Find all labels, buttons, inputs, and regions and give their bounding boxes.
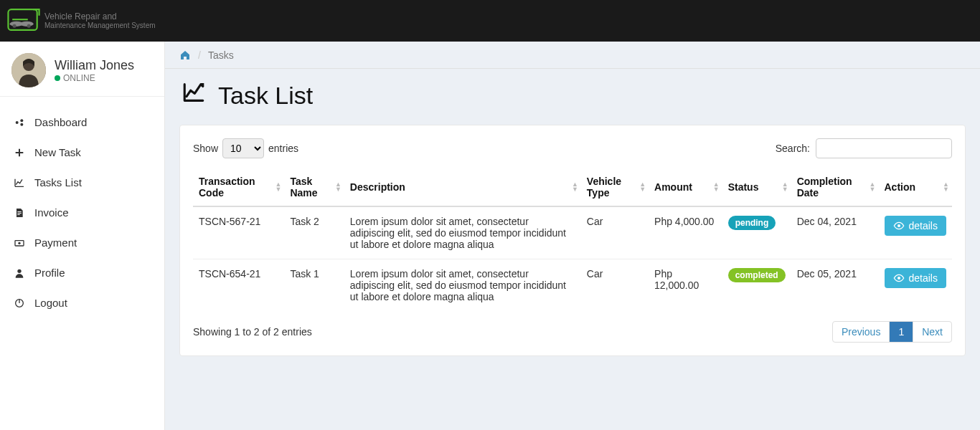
car-wrench-icon xyxy=(7,8,40,34)
cell-transaction-code: TSCN-567-21 xyxy=(193,206,284,259)
details-label: details xyxy=(909,220,938,231)
page-next[interactable]: Next xyxy=(913,322,951,342)
nav-invoice-label: Invoice xyxy=(34,206,69,219)
sort-icon: ▲▼ xyxy=(572,182,578,192)
sidebar: William Jones ONLINE Dashboard New Task … xyxy=(0,42,165,430)
page-prev[interactable]: Previous xyxy=(833,322,889,342)
length-control: Show 102550100 entries xyxy=(193,138,298,158)
online-dot-icon xyxy=(55,75,60,81)
svg-point-4 xyxy=(27,24,31,28)
dashboard-icon xyxy=(13,115,26,128)
power-icon xyxy=(13,296,26,309)
details-button[interactable]: details xyxy=(885,268,946,288)
col-task-name[interactable]: Task Name▲▼ xyxy=(284,168,344,206)
svg-rect-11 xyxy=(17,211,21,212)
cell-action: details xyxy=(879,259,953,312)
nav-payment[interactable]: Payment xyxy=(0,227,164,257)
home-icon xyxy=(179,49,191,61)
topbar: Vehicle Repair and Maintenance Managemen… xyxy=(0,0,980,42)
col-status[interactable]: Status▲▼ xyxy=(722,168,791,206)
pagination: Previous 1 Next xyxy=(832,321,952,343)
avatar[interactable] xyxy=(11,53,46,87)
cell-status: pending xyxy=(722,206,791,259)
eye-icon xyxy=(893,272,905,284)
col-transaction-code[interactable]: Transaction Code▲▼ xyxy=(193,168,284,206)
chart-line-icon xyxy=(13,176,26,188)
card-tasks: Show 102550100 entries Search: Transacti… xyxy=(179,125,966,356)
svg-point-16 xyxy=(17,269,21,273)
sort-icon: ▲▼ xyxy=(870,182,876,192)
page-1[interactable]: 1 xyxy=(889,322,913,342)
table-row: TSCN-567-21Task 2Lorem ipsum dolor sit a… xyxy=(193,206,952,259)
svg-point-8 xyxy=(16,121,19,124)
user-status-text: ONLINE xyxy=(63,73,95,83)
search-control: Search: xyxy=(776,138,952,158)
search-input[interactable] xyxy=(816,138,952,158)
svg-point-9 xyxy=(20,119,23,122)
svg-point-3 xyxy=(13,24,17,28)
svg-point-15 xyxy=(18,242,20,244)
breadcrumb-home[interactable] xyxy=(179,49,191,61)
cell-amount: Php 12,000.00 xyxy=(649,259,722,312)
logo[interactable]: Vehicle Repair and Maintenance Managemen… xyxy=(7,8,156,34)
table-row: TSCN-654-21Task 1Lorem ipsum dolor sit a… xyxy=(193,259,952,312)
nav-profile[interactable]: Profile xyxy=(0,257,164,287)
sort-icon: ▲▼ xyxy=(639,182,646,192)
cell-action: details xyxy=(879,206,953,259)
svg-point-2 xyxy=(20,22,34,27)
datatable-controls-top: Show 102550100 entries Search: xyxy=(193,138,952,158)
file-icon xyxy=(13,206,26,219)
cell-transaction-code: TSCN-654-21 xyxy=(193,259,284,312)
svg-rect-5 xyxy=(12,19,28,20)
cell-vehicle-type: Car xyxy=(581,259,649,312)
details-button[interactable]: details xyxy=(885,216,946,236)
cell-status: completed xyxy=(722,259,791,312)
svg-rect-12 xyxy=(17,213,21,214)
money-icon xyxy=(13,236,26,249)
cell-vehicle-type: Car xyxy=(581,206,649,259)
cell-task-name: Task 2 xyxy=(284,206,344,259)
details-label: details xyxy=(909,272,938,284)
col-description[interactable]: Description▲▼ xyxy=(344,168,581,206)
nav: Dashboard New Task Tasks List Invoice Pa… xyxy=(0,97,164,328)
nav-profile-label: Profile xyxy=(34,267,65,279)
chart-line-icon xyxy=(179,80,208,110)
svg-point-19 xyxy=(897,224,900,227)
cell-completion-date: Dec 05, 2021 xyxy=(791,259,879,312)
nav-logout[interactable]: Logout xyxy=(0,287,164,317)
user-icon xyxy=(13,266,26,279)
sort-icon: ▲▼ xyxy=(713,182,720,192)
brand-line2: Maintenance Management System xyxy=(44,22,156,29)
plus-icon xyxy=(13,145,26,158)
nav-tasks-list-label: Tasks List xyxy=(34,176,82,188)
nav-tasks-list[interactable]: Tasks List xyxy=(0,167,164,197)
col-amount[interactable]: Amount▲▼ xyxy=(649,168,722,206)
sort-icon: ▲▼ xyxy=(335,182,341,192)
page-header: Task List xyxy=(165,69,980,118)
length-select[interactable]: 102550100 xyxy=(222,138,264,158)
user-status: ONLINE xyxy=(55,73,134,83)
nav-invoice[interactable]: Invoice xyxy=(0,197,164,227)
cell-description: Lorem ipsum dolor sit amet, consectetur … xyxy=(344,206,581,259)
nav-payment-label: Payment xyxy=(34,236,77,249)
breadcrumb: / Tasks xyxy=(165,42,980,69)
nav-new-task-label: New Task xyxy=(34,146,81,158)
tasks-table: Transaction Code▲▼ Task Name▲▼ Descripti… xyxy=(193,168,952,311)
col-vehicle-type[interactable]: Vehicle Type▲▼ xyxy=(581,168,649,206)
sort-icon: ▲▼ xyxy=(782,182,788,192)
sort-icon: ▲▼ xyxy=(943,182,949,192)
nav-logout-label: Logout xyxy=(34,297,67,309)
nav-dashboard[interactable]: Dashboard xyxy=(0,107,164,137)
col-action[interactable]: Action▲▼ xyxy=(879,168,953,206)
brand-line1: Vehicle Repair and xyxy=(44,12,156,22)
eye-icon xyxy=(893,220,905,231)
nav-new-task[interactable]: New Task xyxy=(0,137,164,167)
page-title: Task List xyxy=(218,82,313,110)
col-completion-date[interactable]: Completion Date▲▼ xyxy=(791,168,879,206)
nav-dashboard-label: Dashboard xyxy=(34,116,87,128)
show-label: Show xyxy=(193,143,218,154)
user-panel: William Jones ONLINE xyxy=(0,42,164,97)
user-name: William Jones xyxy=(55,58,134,73)
breadcrumb-current: Tasks xyxy=(208,49,234,61)
cell-completion-date: Dec 04, 2021 xyxy=(791,206,879,259)
